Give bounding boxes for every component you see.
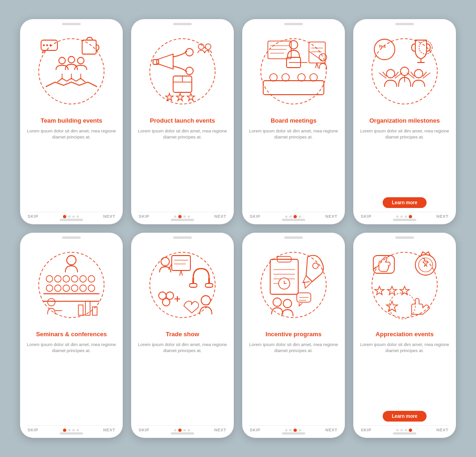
svg-point-65	[273, 298, 281, 306]
skip-btn-team-building[interactable]: SKIP	[28, 214, 38, 219]
nav-bar-team-building: SKIP NEXT	[27, 212, 116, 220]
card-team-building: Team building events Lorem ipsum dolor s…	[20, 19, 123, 224]
learn-more-btn-appreciation-events[interactable]: Learn more	[383, 411, 427, 422]
svg-point-51	[48, 298, 55, 306]
svg-point-23	[298, 74, 305, 81]
dot-1	[285, 215, 287, 218]
dot-4	[77, 429, 79, 431]
dot-2	[68, 429, 70, 431]
card-title-product-launch: Product launch events	[150, 117, 215, 125]
dot-3	[294, 215, 297, 218]
svg-point-32	[400, 67, 409, 76]
dot-3	[405, 429, 407, 431]
skip-btn-board-meetings[interactable]: SKIP	[250, 214, 260, 219]
learn-more-btn-org-milestones[interactable]: Learn more	[383, 197, 427, 208]
svg-point-39	[71, 276, 78, 282]
card-title-organization-milestones: Organization milestones	[370, 117, 440, 125]
dot-3	[405, 215, 407, 218]
dot-3	[294, 429, 297, 432]
card-incentive-programs: Incentive programs Lorem ipsum dolor sit…	[242, 233, 345, 438]
svg-point-24	[310, 74, 317, 81]
dot-1	[174, 429, 176, 431]
svg-point-16	[261, 39, 326, 104]
icon-area-incentive-programs	[249, 243, 338, 327]
card-desc-board-meetings: Lorem ipsum dolor sit dim amet, mea regi…	[249, 128, 338, 208]
nav-bar-seminars-conferences: SKIP NEXT	[27, 425, 116, 433]
dot-1	[174, 215, 176, 218]
card-desc-appreciation-events: Lorem ipsum dolor sit dim amet, mea regi…	[360, 341, 449, 408]
next-btn-incentive-programs[interactable]: NEXT	[325, 428, 337, 432]
next-btn-seminars-conferences[interactable]: NEXT	[103, 428, 115, 432]
dot-2	[178, 429, 182, 432]
dot-2	[400, 215, 403, 218]
svg-point-38	[63, 276, 70, 282]
nav-bar-organization-milestones: SKIP NEXT	[360, 212, 449, 220]
dot-2	[289, 429, 292, 431]
dot-2	[178, 215, 182, 218]
dots-product-launch	[174, 215, 190, 218]
card-seminars-conferences: Seminars & conferences Lorem ipsum dolor…	[20, 233, 123, 438]
next-btn-organization-milestones[interactable]: NEXT	[436, 214, 448, 219]
dots-appreciation-events	[396, 429, 412, 432]
card-desc-trade-show: Lorem ipsum dolor sit dim amet, mea regi…	[138, 341, 227, 422]
card-title-trade-show: Trade show	[166, 331, 199, 339]
dot-2	[289, 215, 292, 218]
next-btn-trade-show[interactable]: NEXT	[214, 428, 226, 432]
dot-4	[188, 215, 190, 218]
skip-btn-organization-milestones[interactable]: SKIP	[361, 214, 371, 219]
skip-btn-appreciation-events[interactable]: SKIP	[361, 428, 371, 432]
dots-organization-milestones	[396, 215, 412, 218]
nav-bar-appreciation-events: SKIP NEXT	[360, 425, 449, 433]
next-btn-team-building[interactable]: NEXT	[103, 214, 115, 219]
svg-point-46	[80, 285, 86, 291]
card-title-seminars-conferences: Seminars & conferences	[36, 331, 107, 339]
dot-3	[72, 215, 75, 218]
dot-4	[299, 215, 301, 218]
card-product-launch: Product launch events Lorem ipsum dolor …	[131, 19, 234, 224]
icon-area-appreciation-events	[360, 243, 449, 327]
dots-trade-show	[174, 429, 190, 432]
next-btn-board-meetings[interactable]: NEXT	[325, 214, 337, 219]
svg-point-11	[186, 48, 193, 56]
svg-point-27	[372, 39, 437, 104]
nav-bar-trade-show: SKIP NEXT	[138, 425, 227, 433]
skip-btn-trade-show[interactable]: SKIP	[139, 428, 149, 432]
svg-rect-20	[263, 81, 324, 95]
icon-area-board-meetings	[249, 29, 338, 113]
svg-point-2	[43, 44, 45, 46]
dot-4	[299, 429, 301, 431]
svg-point-6	[59, 57, 65, 64]
next-btn-appreciation-events[interactable]: NEXT	[436, 428, 448, 432]
dot-3	[183, 429, 186, 431]
next-btn-product-launch[interactable]: NEXT	[214, 214, 226, 219]
svg-point-8	[77, 57, 84, 64]
svg-point-31	[386, 69, 395, 78]
skip-btn-incentive-programs[interactable]: SKIP	[250, 428, 260, 432]
svg-point-15	[205, 44, 211, 49]
nav-bar-board-meetings: SKIP NEXT	[249, 212, 338, 220]
svg-point-0	[39, 39, 104, 104]
icon-area-product-launch	[138, 29, 227, 113]
icon-area-team-building	[27, 29, 116, 113]
nav-bar-product-launch: SKIP NEXT	[138, 212, 227, 220]
svg-point-63	[313, 263, 318, 269]
svg-point-9	[150, 39, 215, 104]
icon-area-organization-milestones: №1	[360, 29, 449, 113]
skip-btn-product-launch[interactable]: SKIP	[139, 214, 149, 219]
dot-2	[400, 429, 403, 431]
card-title-team-building: Team building events	[41, 117, 102, 125]
dot-4	[188, 429, 190, 431]
svg-point-58	[201, 296, 210, 305]
svg-text:№1: №1	[379, 44, 386, 48]
svg-point-44	[63, 285, 70, 291]
card-title-appreciation-events: Appreciation events	[376, 331, 434, 339]
dot-1	[63, 429, 66, 432]
card-desc-team-building: Lorem ipsum dolor sit dim amet, mea regi…	[27, 128, 116, 208]
svg-point-57	[162, 298, 170, 306]
icon-area-trade-show	[138, 243, 227, 327]
svg-point-42	[46, 285, 53, 291]
skip-btn-seminars-conferences[interactable]: SKIP	[28, 428, 38, 432]
svg-point-40	[80, 276, 86, 282]
card-title-board-meetings: Board meetings	[271, 117, 316, 125]
svg-rect-48	[78, 305, 83, 315]
